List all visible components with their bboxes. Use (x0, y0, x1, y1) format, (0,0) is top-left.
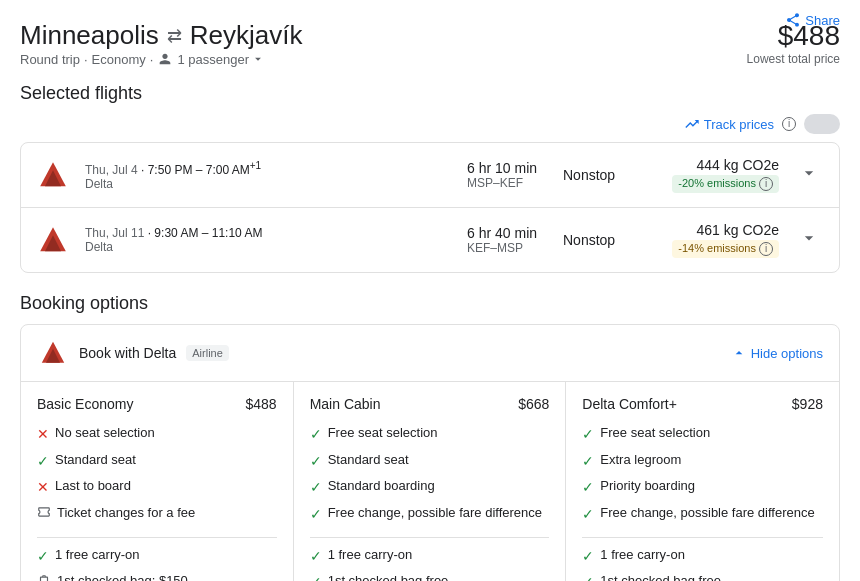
feature-item: ✓ Priority boarding (582, 477, 823, 498)
flights-container: Thu, Jul 4 · 7:50 PM – 7:00 AM+1 Delta 6… (20, 142, 840, 273)
feature-item: ✓ Extra legroom (582, 451, 823, 472)
check-icon: ✓ (582, 452, 594, 472)
main-cabin-price: $668 (518, 396, 549, 412)
check-icon: ✓ (37, 547, 49, 567)
options-grid: Basic Economy $488 ✕ No seat selection ✓… (21, 382, 839, 581)
chevron-down-icon (251, 52, 265, 66)
divider (582, 537, 823, 538)
track-prices-label: Track prices (704, 117, 774, 132)
track-prices-info-icon[interactable]: i (782, 117, 796, 131)
main-cabin-luggage: ✓ 1 free carry-on ✓ 1st checked bag free (310, 546, 550, 581)
feature-text: Free change, possible fare difference (328, 504, 542, 522)
option-main-cabin: Main Cabin $668 ✓ Free seat selection ✓ … (294, 382, 567, 581)
feature-item: ✓ 1st checked bag free (310, 572, 550, 581)
booking-airline-info: Book with Delta Airline (37, 337, 229, 369)
check-icon: ✓ (310, 478, 322, 498)
feature-item: ✓ Free change, possible fare difference (582, 504, 823, 525)
flight-2-expand-button[interactable] (795, 224, 823, 257)
check-icon: ✓ (582, 547, 594, 567)
price-label: Lowest total price (747, 52, 840, 66)
flight-1-emissions: -20% emissions i (672, 175, 779, 193)
hide-options-label: Hide options (751, 346, 823, 361)
feature-text: 1st checked bag free (328, 572, 449, 581)
check-icon: ✓ (582, 505, 594, 525)
route-arrow-icon: ⇄ (167, 25, 182, 47)
flight-2-stop-block: Nonstop (563, 232, 643, 248)
emissions-info-icon-1[interactable]: i (759, 177, 773, 191)
chevron-down-icon-1 (799, 163, 819, 183)
main-cabin-features: ✓ Free seat selection ✓ Standard seat ✓ … (310, 424, 550, 524)
flight-2-info: Thu, Jul 11 · 9:30 AM – 11:10 AM Delta (85, 226, 451, 254)
booking-airline-name: Book with Delta (79, 345, 176, 361)
flight-2-duration-block: 6 hr 40 min KEF–MSP (467, 225, 547, 255)
feature-item: ✓ Free change, possible fare difference (310, 504, 550, 525)
feature-text: Standard boarding (328, 477, 435, 495)
track-prices-toggle[interactable] (804, 114, 840, 134)
feature-text: No seat selection (55, 424, 155, 442)
flight-1-date: Thu, Jul 4 · 7:50 PM – 7:00 AM+1 (85, 160, 451, 177)
flight-1-stop-type: Nonstop (563, 167, 643, 183)
check-icon: ✓ (310, 425, 322, 445)
flight-2-airline: Delta (85, 240, 451, 254)
check-icon: ✓ (37, 452, 49, 472)
flight-1-info: Thu, Jul 4 · 7:50 PM – 7:00 AM+1 Delta (85, 160, 451, 191)
flight-1-duration: 6 hr 10 min (467, 160, 547, 176)
feature-text: 1st checked bag: $150 (57, 572, 188, 581)
chevron-up-icon (731, 345, 747, 361)
person-icon (157, 51, 173, 67)
flight-1-route: MSP–KEF (467, 176, 547, 190)
feature-text: Standard seat (328, 451, 409, 469)
delta-comfort-header: Delta Comfort+ $928 (582, 396, 823, 412)
feature-text: Standard seat (55, 451, 136, 469)
luggage-icon (37, 573, 51, 581)
track-prices-button[interactable]: Track prices (684, 116, 774, 132)
passenger-selector[interactable]: 1 passenger (177, 52, 265, 67)
feature-item: ✓ Free seat selection (310, 424, 550, 445)
feature-text: Extra legroom (600, 451, 681, 469)
feature-item: Ticket changes for a fee (37, 504, 277, 525)
feature-item: ✓ Standard seat (310, 451, 550, 472)
feature-text: Free seat selection (600, 424, 710, 442)
trip-type: Round trip (20, 52, 80, 67)
flight-1-co2-block: 444 kg CO2e -20% emissions i (659, 157, 779, 193)
delta-logo-1 (37, 159, 69, 191)
passenger-count: 1 passenger (177, 52, 249, 67)
delta-comfort-luggage: ✓ 1 free carry-on ✓ 1st checked bag free (582, 546, 823, 581)
selected-flights-title: Selected flights (20, 83, 840, 104)
feature-item: ✓ Standard boarding (310, 477, 550, 498)
hide-options-button[interactable]: Hide options (731, 345, 823, 361)
main-cabin-name: Main Cabin (310, 396, 381, 412)
feature-item: ✓ 1 free carry-on (582, 546, 823, 567)
booking-card: Book with Delta Airline Hide options Bas… (20, 324, 840, 581)
check-icon: ✓ (310, 547, 322, 567)
emissions-info-icon-2[interactable]: i (759, 242, 773, 256)
flight-2-stop-type: Nonstop (563, 232, 643, 248)
flight-2-emissions: -14% emissions i (672, 240, 779, 258)
delta-comfort-price: $928 (792, 396, 823, 412)
booking-header: Book with Delta Airline Hide options (21, 325, 839, 382)
flight-1-co2: 444 kg CO2e (659, 157, 779, 173)
option-basic-economy: Basic Economy $488 ✕ No seat selection ✓… (21, 382, 294, 581)
cabin-class: Economy (92, 52, 146, 67)
feature-item: ✓ 1st checked bag free (582, 572, 823, 581)
flight-row: Thu, Jul 11 · 9:30 AM – 11:10 AM Delta 6… (21, 208, 839, 272)
check-icon: ✓ (310, 505, 322, 525)
feature-item: ✓ Standard seat (37, 451, 277, 472)
feature-text: Priority boarding (600, 477, 695, 495)
route-title: Minneapolis ⇄ Reykjavík (20, 20, 302, 51)
feature-text: Ticket changes for a fee (57, 504, 195, 522)
track-row: Track prices i (20, 114, 840, 134)
divider (37, 537, 277, 538)
x-icon: ✕ (37, 425, 49, 445)
flight-2-duration: 6 hr 40 min (467, 225, 547, 241)
flight-1-duration-block: 6 hr 10 min MSP–KEF (467, 160, 547, 190)
delta-logo-2 (37, 224, 69, 256)
feature-text: 1 free carry-on (600, 546, 685, 564)
basic-economy-header: Basic Economy $488 (37, 396, 277, 412)
delta-comfort-name: Delta Comfort+ (582, 396, 677, 412)
divider (310, 537, 550, 538)
destination-city: Reykjavík (190, 20, 303, 51)
flight-1-expand-button[interactable] (795, 159, 823, 192)
share-button[interactable]: Share (785, 12, 840, 28)
basic-economy-features: ✕ No seat selection ✓ Standard seat ✕ La… (37, 424, 277, 524)
